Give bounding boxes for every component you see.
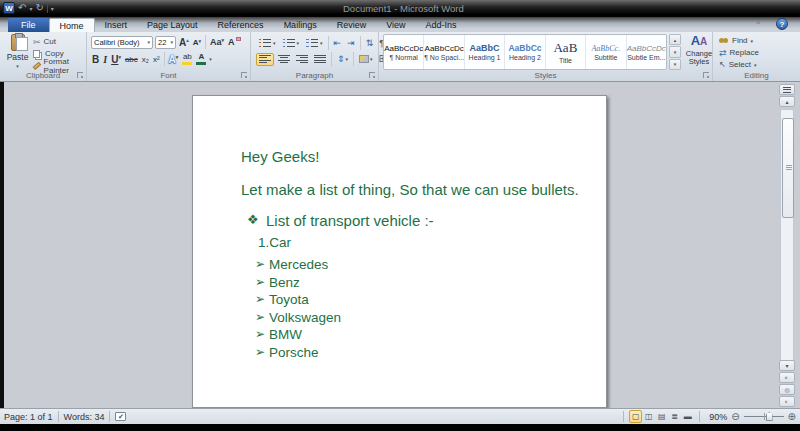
zoom-slider-thumb[interactable]: [766, 412, 773, 421]
next-page-button[interactable]: »: [779, 396, 795, 407]
style-no-spacing[interactable]: AaBbCcDc ¶ No Spaci...: [424, 35, 464, 69]
font-family-value: Calibri (Body): [94, 38, 139, 47]
numbering-button[interactable]: ▾: [280, 37, 302, 49]
select-browse-object-button[interactable]: ◎: [779, 384, 795, 395]
grow-font-button[interactable]: A ▴: [178, 37, 190, 48]
tab-references[interactable]: References: [208, 18, 274, 32]
styles-dialog-launcher-icon[interactable]: [703, 72, 709, 78]
clipboard-dialog-launcher-icon[interactable]: [77, 72, 83, 78]
tab-insert[interactable]: Insert: [95, 18, 138, 32]
superscript-button[interactable]: x²: [152, 55, 161, 64]
proofing-status-icon[interactable]: ✔: [115, 412, 126, 421]
font-color-button[interactable]: A: [195, 53, 207, 65]
document-page[interactable]: Hey Geeks! Let make a list of thing, So …: [192, 95, 607, 408]
paste-dropdown-icon[interactable]: ▾: [16, 63, 19, 69]
list-item-volkswagen[interactable]: ➢ Volkswagen: [255, 309, 586, 327]
zoom-level[interactable]: 90%: [709, 412, 727, 422]
text-effects-button[interactable]: A ▾: [168, 54, 180, 65]
tab-add-ins[interactable]: Add-Ins: [416, 18, 467, 32]
change-case-button[interactable]: Aa ▾: [209, 37, 225, 47]
print-layout-view-button[interactable]: ▢: [629, 410, 642, 423]
list-item-mercedes[interactable]: ➢ Mercedes: [255, 256, 586, 274]
view-ruler-button[interactable]: [779, 84, 795, 95]
style-subtle-emphasis[interactable]: AaBbCcDc Subtle Em...: [627, 35, 666, 69]
list-heading[interactable]: ❖ List of transport vehicle :-: [247, 212, 586, 229]
scrollbar-thumb[interactable]: [782, 118, 794, 218]
change-styles-button[interactable]: AA Change Styles: [684, 34, 714, 76]
cut-button[interactable]: ✂ Cut: [33, 36, 86, 47]
styles-gallery-expand-icon[interactable]: ▾: [669, 59, 681, 70]
bullets-button[interactable]: ▾: [256, 37, 278, 49]
draft-view-button[interactable]: ▬: [681, 410, 694, 423]
style-subtitle[interactable]: AaBbCc. Subtitle: [586, 35, 626, 69]
style-title[interactable]: AaB Title: [546, 35, 586, 69]
font-color-dropdown-icon[interactable]: ▾: [209, 56, 212, 62]
decrease-indent-button[interactable]: ⇤: [332, 37, 344, 49]
increase-indent-button[interactable]: ⇥: [345, 37, 357, 49]
full-screen-reading-view-button[interactable]: ◫: [642, 410, 655, 423]
tab-file[interactable]: File: [8, 18, 49, 32]
underline-button[interactable]: U ▾: [110, 54, 122, 65]
multilevel-list-button[interactable]: ▾: [303, 37, 325, 49]
italic-button[interactable]: I: [102, 54, 108, 65]
replace-label: Replace: [730, 48, 759, 57]
word-logo-icon[interactable]: W: [3, 2, 15, 14]
list-item-bmw[interactable]: ➢ BMW: [255, 326, 586, 344]
strikethrough-button[interactable]: abc: [124, 55, 139, 64]
outline-view-button[interactable]: ≣: [668, 410, 681, 423]
word-count-indicator[interactable]: Words: 34: [64, 412, 105, 422]
previous-page-button[interactable]: «: [779, 372, 795, 383]
zoom-slider[interactable]: [744, 411, 784, 422]
help-icon[interactable]: ?: [776, 18, 788, 30]
shading-button[interactable]: ▾: [357, 54, 375, 64]
shrink-font-button[interactable]: A ▾: [192, 38, 202, 47]
align-left-button[interactable]: [256, 53, 274, 66]
justify-button[interactable]: [312, 54, 328, 65]
highlight-button[interactable]: ab: [181, 53, 193, 65]
undo-dropdown-icon[interactable]: ▾: [29, 5, 32, 12]
format-painter-button[interactable]: Format Painter: [33, 60, 86, 71]
redo-icon[interactable]: ↻: [35, 2, 43, 14]
paragraph-intro[interactable]: Let make a list of thing, So that we can…: [241, 181, 586, 198]
align-right-button[interactable]: [294, 54, 310, 65]
align-center-button[interactable]: [276, 54, 292, 65]
tab-home[interactable]: Home: [49, 18, 95, 32]
paragraph-hey-geeks[interactable]: Hey Geeks!: [241, 148, 586, 165]
list-item-toyota[interactable]: ➢ Toyota: [255, 291, 586, 309]
tab-view[interactable]: View: [376, 18, 415, 32]
select-button[interactable]: ↖ Select ▾: [719, 59, 759, 70]
replace-button[interactable]: ⇄ Replace: [719, 47, 759, 58]
tab-mailings[interactable]: Mailings: [274, 18, 327, 32]
bold-button[interactable]: B: [91, 54, 100, 65]
minimize-ribbon-icon[interactable]: ^: [756, 19, 760, 28]
font-family-select[interactable]: Calibri (Body) ▾: [91, 36, 153, 49]
scroll-down-icon[interactable]: ▾: [779, 360, 795, 371]
line-spacing-button[interactable]: ⇕▾: [335, 53, 350, 65]
scroll-up-icon[interactable]: ▴: [779, 96, 795, 107]
numbered-item-car[interactable]: 1.Car: [258, 235, 586, 250]
subscript-button[interactable]: x₂: [141, 55, 150, 64]
style-normal[interactable]: AaBbCcDc ¶ Normal: [384, 35, 424, 69]
font-size-select[interactable]: 22 ▾: [155, 36, 176, 49]
undo-icon[interactable]: ↶: [18, 2, 26, 14]
list-item-porsche[interactable]: ➢ Porsche: [255, 344, 586, 362]
web-layout-view-button[interactable]: ▤: [655, 410, 668, 423]
style-heading-1[interactable]: AaBbC Heading 1: [465, 35, 505, 69]
list-item-benz[interactable]: ➢ Benz: [255, 274, 586, 292]
paragraph-dialog-launcher-icon[interactable]: [369, 72, 375, 78]
sort-button[interactable]: ⇅: [364, 37, 376, 49]
clear-formatting-button[interactable]: A: [227, 37, 242, 47]
scrollbar-track[interactable]: [780, 109, 794, 364]
zoom-out-icon[interactable]: ⊖: [731, 412, 739, 422]
styles-scroll-down-icon[interactable]: ▾: [669, 46, 681, 57]
zoom-in-icon[interactable]: ⊕: [788, 412, 796, 422]
page-indicator[interactable]: Page: 1 of 1: [4, 412, 53, 422]
customize-qat-icon[interactable]: ▾: [51, 5, 54, 12]
style-heading-2[interactable]: AaBbCc Heading 2: [505, 35, 545, 69]
tab-page-layout[interactable]: Page Layout: [137, 18, 208, 32]
tab-review[interactable]: Review: [327, 18, 377, 32]
numbered-item-text: Car: [269, 235, 291, 250]
styles-scroll-up-icon[interactable]: ▴: [669, 34, 681, 45]
find-button[interactable]: Find ▾: [719, 35, 759, 46]
font-dialog-launcher-icon[interactable]: [241, 72, 247, 78]
